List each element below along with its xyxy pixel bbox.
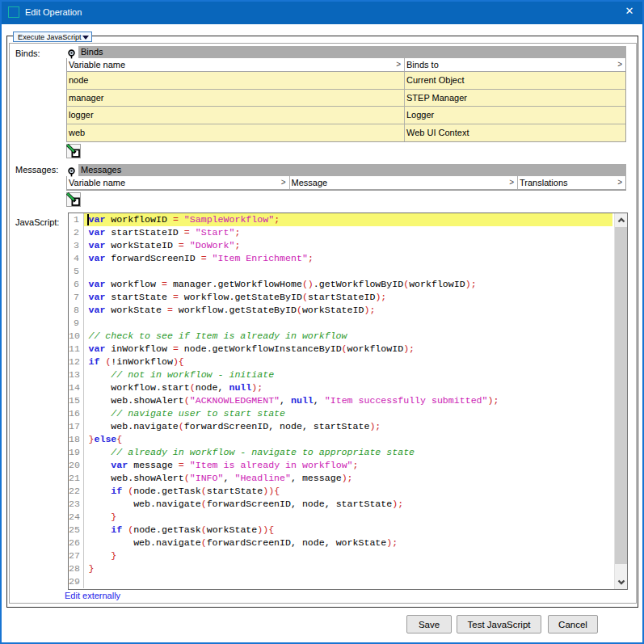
scrollbar-thumb[interactable]	[615, 227, 628, 564]
code-line[interactable]: 22 if (node.getTask(startState)){	[69, 485, 612, 498]
messages-column-label: Variable name	[69, 178, 125, 187]
binds-column-header[interactable]: Variable name>	[67, 58, 405, 71]
line-number: 8	[69, 304, 83, 317]
table-header-band	[78, 46, 626, 58]
binds-column-header[interactable]: Binds to>	[405, 58, 625, 71]
messages-column-label: Translations	[520, 178, 568, 187]
code-line[interactable]: 10// check to see if Item is already in …	[69, 330, 612, 343]
code-text: var startState = workflow.getStateByID(s…	[84, 291, 612, 304]
binds-table-title: Binds	[81, 46, 103, 58]
binds-table-row[interactable]: nodeCurrent Object	[67, 72, 625, 90]
binds-to-cell[interactable]: Web UI Context	[405, 124, 625, 142]
messages-column-header[interactable]: Message>	[290, 176, 519, 189]
line-number: 22	[69, 485, 83, 498]
javascript-editor[interactable]: 1var workflowID = "SampleWorkflow";2var …	[68, 213, 628, 590]
code-line[interactable]: 16 // navigate user to start state	[69, 407, 612, 420]
code-text: var startStateID = "Start";	[84, 226, 612, 239]
binds-to-cell[interactable]: STEP Manager	[405, 90, 625, 107]
close-icon[interactable]: ✕	[620, 0, 639, 24]
code-line[interactable]: 14 workflow.start(node, null);	[69, 381, 612, 394]
operation-type-select[interactable]: Execute JavaScript	[13, 32, 92, 42]
save-button[interactable]: Save	[406, 615, 452, 633]
line-number: 14	[69, 381, 83, 394]
code-text: workflow.start(node, null);	[84, 381, 612, 394]
messages-edit-icon[interactable]	[66, 192, 81, 207]
code-text: web.showAlert("INFO", "Headline", messag…	[84, 472, 612, 485]
code-line[interactable]: 5	[69, 265, 612, 278]
code-line[interactable]: 29	[69, 575, 612, 588]
code-line[interactable]: 21 web.showAlert("INFO", "Headline", mes…	[69, 472, 612, 485]
code-line[interactable]: 26 web.navigate(forwardScreenID, node, w…	[69, 537, 612, 549]
code-line[interactable]: 7var startState = workflow.getStateByID(…	[69, 291, 612, 304]
binds-table: Binds Variable name>Binds to> nodeCurren…	[66, 46, 626, 142]
cancel-button[interactable]: Cancel	[548, 615, 598, 633]
editor-scrollbar[interactable]	[614, 213, 627, 589]
line-number: 21	[69, 472, 83, 485]
code-line[interactable]: 19 // already in workflow - navigate to …	[69, 446, 612, 459]
code-line[interactable]: 23 web.navigate(forwardScreenID, node, s…	[69, 498, 612, 511]
binds-to-cell[interactable]: Current Object	[405, 72, 625, 89]
line-number: 18	[69, 433, 83, 446]
binds-table-row[interactable]: managerSTEP Manager	[67, 90, 625, 107]
code-line[interactable]: 17 web.navigate(forwardScreenID, node, s…	[69, 420, 612, 433]
code-line[interactable]: 13 // not in workflow - initiate	[69, 368, 612, 381]
code-line[interactable]: 20 var message = "Item is already in wor…	[69, 459, 612, 472]
code-line[interactable]: 18}else{	[69, 433, 612, 446]
code-line[interactable]: 28}	[69, 562, 612, 575]
code-text: var forwardScreenID = "Item Enrichment";	[84, 252, 612, 265]
code-area[interactable]: 1var workflowID = "SampleWorkflow";2var …	[69, 213, 612, 589]
code-line[interactable]: 11var inWorkflow = node.getWorkflowInsta…	[69, 343, 612, 356]
code-line[interactable]: 12if (!inWorkflow){	[69, 356, 612, 368]
binds-to-cell[interactable]: Logger	[405, 107, 625, 124]
variable-name-cell[interactable]: web	[67, 124, 405, 142]
variable-name-cell[interactable]: manager	[67, 90, 405, 107]
messages-table: Messages Variable name>Message>Translati…	[66, 164, 626, 191]
code-line[interactable]: 8var workState = workflow.getStateByID(w…	[69, 304, 612, 317]
line-number: 27	[69, 549, 83, 562]
binds-table-row[interactable]: webWeb UI Context	[67, 124, 625, 142]
code-line[interactable]: 9	[69, 317, 612, 330]
code-line[interactable]: 15 web.showAlert("ACKNOWLEDGMENT", null,…	[69, 394, 612, 407]
line-number: 3	[69, 239, 83, 252]
scroll-down-icon[interactable]	[615, 575, 628, 589]
variable-name-cell[interactable]: logger	[67, 107, 405, 124]
code-text: }	[84, 549, 612, 562]
binds-rows: nodeCurrent ObjectmanagerSTEP Managerlog…	[67, 72, 625, 141]
edit-externally-link[interactable]: Edit externally	[65, 591, 120, 601]
code-text: web.navigate(forwardScreenID, node, star…	[84, 498, 612, 511]
variable-name-cell[interactable]: node	[67, 72, 405, 89]
scroll-up-icon[interactable]	[615, 213, 628, 227]
code-line[interactable]: 25 if (node.getTask(workState)){	[69, 524, 612, 537]
code-text: // navigate user to start state	[84, 407, 612, 420]
line-number: 1	[69, 213, 83, 226]
code-line[interactable]: 6var workflow = manager.getWorkflowHome(…	[69, 278, 612, 291]
code-line[interactable]: 24 }	[69, 511, 612, 524]
code-line[interactable]: 2var startStateID = "Start";	[69, 226, 612, 239]
code-text: if (node.getTask(startState)){	[84, 485, 612, 498]
line-number: 16	[69, 407, 83, 420]
binds-table-row[interactable]: loggerLogger	[67, 107, 625, 124]
line-number: 12	[69, 356, 83, 368]
table-body: Variable name>Binds to> nodeCurrent Obje…	[66, 58, 626, 142]
table-body: Variable name>Message>Translations>	[66, 176, 626, 191]
code-text: var inWorkflow = node.getWorkflowInstanc…	[84, 343, 612, 356]
code-line[interactable]: 1var workflowID = "SampleWorkflow";	[69, 213, 612, 226]
code-text: web.navigate(forwardScreenID, node, star…	[84, 420, 612, 433]
line-number: 10	[69, 330, 83, 343]
chevron-right-icon: >	[617, 58, 622, 71]
operation-type-value: Execute JavaScript	[18, 32, 82, 42]
code-text: if (!inWorkflow){	[84, 356, 612, 368]
code-line[interactable]: 27 }	[69, 549, 612, 562]
messages-column-header[interactable]: Translations>	[518, 176, 625, 189]
app-icon	[8, 6, 19, 18]
binds-edit-icon[interactable]	[66, 144, 81, 158]
code-line[interactable]: 3var workStateID = "DoWork";	[69, 239, 612, 252]
code-line[interactable]: 4var forwardScreenID = "Item Enrichment"…	[69, 252, 612, 265]
code-text: var workState = workflow.getStateByID(wo…	[84, 304, 612, 317]
messages-column-header[interactable]: Variable name>	[67, 176, 290, 189]
line-number: 9	[69, 317, 83, 330]
window-title: Edit Operation	[25, 0, 82, 24]
line-number: 17	[69, 420, 83, 433]
test-javascript-button[interactable]: Test JavaScript	[457, 615, 541, 633]
messages-label: Messages:	[15, 165, 58, 175]
